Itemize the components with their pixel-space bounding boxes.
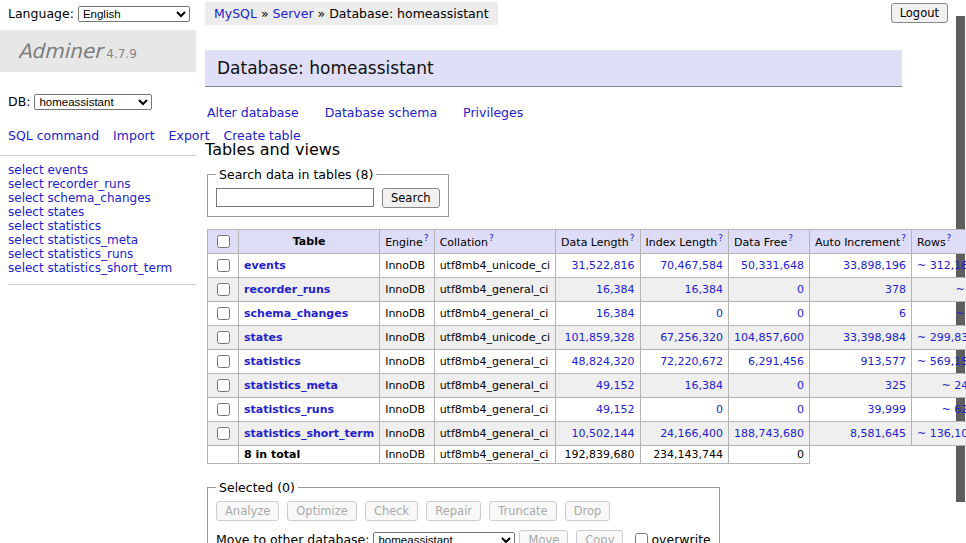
data-length-link[interactable]: 10,502,144 xyxy=(572,427,635,440)
table-link[interactable]: schema_changes xyxy=(47,191,150,205)
table-name-link[interactable]: recorder_runs xyxy=(244,283,330,296)
table-link[interactable]: statistics_meta xyxy=(47,233,138,247)
rows-count-link[interactable]: ~ 312,180 xyxy=(917,259,966,272)
table-link[interactable]: events xyxy=(47,163,87,177)
data-free-link[interactable]: 0 xyxy=(797,379,804,392)
rows-count-link[interactable]: ~ 628 xyxy=(941,403,966,416)
rows-count-link[interactable]: ~ 299,833 xyxy=(917,331,966,344)
select-link[interactable]: select xyxy=(8,191,44,205)
data-length-link[interactable]: 48,824,320 xyxy=(572,355,635,368)
row-checkbox[interactable] xyxy=(217,379,230,392)
row-checkbox[interactable] xyxy=(217,403,230,416)
sidebar-link-sql-command[interactable]: SQL command xyxy=(8,128,99,143)
index-length-link[interactable]: 16,384 xyxy=(685,379,724,392)
help-icon[interactable]: ? xyxy=(947,233,952,243)
select-link[interactable]: select xyxy=(8,261,44,275)
data-length-link[interactable]: 101,859,328 xyxy=(565,331,635,344)
rows-count-link[interactable]: ~ 136,108 xyxy=(917,427,966,440)
row-checkbox[interactable] xyxy=(217,427,230,440)
data-free-link[interactable]: 50,331,648 xyxy=(741,259,804,272)
db-select[interactable]: homeassistant xyxy=(34,94,152,110)
index-length-link[interactable]: 67,256,320 xyxy=(660,331,723,344)
rows-count-link[interactable]: ~ 5 xyxy=(955,283,966,296)
table-link[interactable]: states xyxy=(47,205,84,219)
overwrite-checkbox[interactable] xyxy=(635,533,648,543)
table-name-link[interactable]: schema_changes xyxy=(244,307,348,320)
table-name-link[interactable]: statistics xyxy=(244,355,301,368)
language-select[interactable]: English xyxy=(78,6,190,22)
auto-increment-link[interactable]: 33,898,196 xyxy=(843,259,906,272)
drop-button[interactable]: Drop xyxy=(565,501,611,521)
help-icon[interactable]: ? xyxy=(424,233,429,243)
search-input[interactable] xyxy=(216,188,374,207)
check-button[interactable]: Check xyxy=(365,501,418,521)
data-length-link[interactable]: 16,384 xyxy=(596,307,635,320)
row-checkbox[interactable] xyxy=(217,259,230,272)
index-length-link[interactable]: 72,220,672 xyxy=(660,355,723,368)
table-name-link[interactable]: statistics_meta xyxy=(244,379,338,392)
data-free-link[interactable]: 6,291,456 xyxy=(748,355,804,368)
privileges-link[interactable]: Privileges xyxy=(463,105,523,120)
rows-count-link[interactable]: ~ 569,159 xyxy=(917,355,966,368)
analyze-button[interactable]: Analyze xyxy=(216,501,279,521)
select-link[interactable]: select xyxy=(8,177,44,191)
data-length-link[interactable]: 16,384 xyxy=(596,283,635,296)
table-link[interactable]: recorder_runs xyxy=(47,177,130,191)
row-checkbox[interactable] xyxy=(217,283,230,296)
row-checkbox[interactable] xyxy=(217,331,230,344)
help-icon[interactable]: ? xyxy=(901,233,906,243)
index-length-link[interactable]: 16,384 xyxy=(685,283,724,296)
select-link[interactable]: select xyxy=(8,233,44,247)
breadcrumb-mysql-link[interactable]: MySQL xyxy=(214,6,257,21)
rows-count-link[interactable]: ~ 244 xyxy=(941,379,966,392)
table-link[interactable]: statistics_runs xyxy=(47,247,133,261)
index-length-link[interactable]: 0 xyxy=(716,403,723,416)
select-link[interactable]: select xyxy=(8,205,44,219)
table-link[interactable]: statistics_short_term xyxy=(47,261,172,275)
row-checkbox[interactable] xyxy=(217,355,230,368)
sidebar-link-import[interactable]: Import xyxy=(113,128,155,143)
table-name-link[interactable]: statistics_short_term xyxy=(244,427,374,440)
table-name-link[interactable]: events xyxy=(244,259,286,272)
index-length-link[interactable]: 24,166,400 xyxy=(660,427,723,440)
auto-increment-link[interactable]: 8,581,645 xyxy=(850,427,906,440)
truncate-button[interactable]: Truncate xyxy=(489,501,557,521)
move-button[interactable]: Move xyxy=(519,530,568,543)
data-free-link[interactable]: 0 xyxy=(797,307,804,320)
database-schema-link[interactable]: Database schema xyxy=(325,105,437,120)
select-all-checkbox[interactable] xyxy=(217,235,230,248)
data-length-link[interactable]: 49,152 xyxy=(596,403,635,416)
data-free-link[interactable]: 104,857,600 xyxy=(734,331,804,344)
data-free-link[interactable]: 0 xyxy=(797,283,804,296)
help-icon[interactable]: ? xyxy=(630,233,635,243)
sidebar-link-export[interactable]: Export xyxy=(169,128,210,143)
move-database-select[interactable]: homeassistant xyxy=(373,532,515,543)
table-name-link[interactable]: states xyxy=(244,331,283,344)
help-icon[interactable]: ? xyxy=(718,233,723,243)
data-length-link[interactable]: 49,152 xyxy=(596,379,635,392)
select-link[interactable]: select xyxy=(8,163,44,177)
rows-count-link[interactable]: ~ 3 xyxy=(955,307,966,320)
optimize-button[interactable]: Optimize xyxy=(287,501,357,521)
auto-increment-link[interactable]: 33,398,984 xyxy=(843,331,906,344)
data-length-link[interactable]: 31,522,816 xyxy=(572,259,635,272)
table-name-link[interactable]: statistics_runs xyxy=(244,403,334,416)
table-link[interactable]: statistics xyxy=(47,219,101,233)
alter-database-link[interactable]: Alter database xyxy=(207,105,299,120)
auto-increment-link[interactable]: 6 xyxy=(899,307,906,320)
auto-increment-link[interactable]: 39,999 xyxy=(868,403,907,416)
index-length-link[interactable]: 70,467,584 xyxy=(660,259,723,272)
data-free-link[interactable]: 188,743,680 xyxy=(734,427,804,440)
index-length-link[interactable]: 0 xyxy=(716,307,723,320)
copy-button[interactable]: Copy xyxy=(576,530,623,543)
row-checkbox[interactable] xyxy=(217,307,230,320)
auto-increment-link[interactable]: 913,577 xyxy=(861,355,907,368)
auto-increment-link[interactable]: 378 xyxy=(885,283,906,296)
select-link[interactable]: select xyxy=(8,219,44,233)
help-icon[interactable]: ? xyxy=(489,233,494,243)
search-button[interactable]: Search xyxy=(382,188,440,208)
breadcrumb-server-link[interactable]: Server xyxy=(273,6,314,21)
help-icon[interactable]: ? xyxy=(788,233,793,243)
data-free-link[interactable]: 0 xyxy=(797,403,804,416)
repair-button[interactable]: Repair xyxy=(426,501,481,521)
